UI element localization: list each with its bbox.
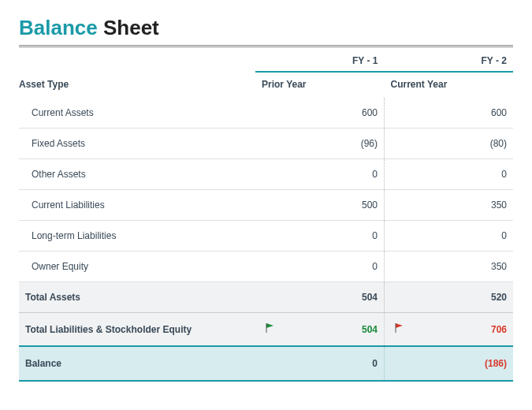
row-header-label: Asset Type bbox=[19, 72, 255, 98]
flag-icon bbox=[394, 322, 405, 336]
row-value-fy2: 350 bbox=[385, 252, 514, 282]
total-liab-v2: 706 bbox=[491, 324, 507, 335]
flag-icon bbox=[265, 322, 276, 336]
table-row: Owner Equity0350 bbox=[19, 252, 513, 282]
fy2-code: FY - 2 bbox=[385, 47, 514, 72]
total-assets-label: Total Assets bbox=[19, 282, 255, 313]
title-word-2: Sheet bbox=[103, 16, 159, 39]
row-value-fy2: 0 bbox=[385, 159, 514, 190]
svg-marker-2 bbox=[396, 323, 403, 328]
table-row: Long-term Liabilities00 bbox=[19, 221, 513, 252]
row-value-fy1: 600 bbox=[255, 98, 385, 129]
table-row: Current Assets600600 bbox=[19, 98, 513, 129]
table-row: Other Assets00 bbox=[19, 159, 513, 190]
col1-label: Prior Year bbox=[255, 72, 385, 98]
title-word-1: Balance bbox=[19, 16, 98, 39]
col2-label: Current Year bbox=[385, 72, 514, 98]
fiscal-year-row: FY - 1 FY - 2 bbox=[19, 47, 513, 72]
balance-label: Balance bbox=[19, 346, 255, 381]
fy1-code: FY - 1 bbox=[255, 47, 385, 72]
svg-marker-0 bbox=[266, 323, 273, 328]
row-value-fy2: 600 bbox=[385, 98, 514, 129]
row-label: Current Assets bbox=[19, 98, 255, 129]
row-label: Fixed Assets bbox=[19, 129, 255, 159]
row-value-fy1: 0 bbox=[255, 159, 385, 190]
row-label: Current Liabilities bbox=[19, 190, 255, 221]
total-liab-v1-cell: 504 bbox=[255, 313, 385, 347]
row-value-fy2: 350 bbox=[385, 190, 514, 221]
total-assets-v2: 520 bbox=[385, 282, 514, 313]
total-assets-v1: 504 bbox=[255, 282, 385, 313]
row-label: Long-term Liabilities bbox=[19, 221, 255, 252]
table-row: Fixed Assets(96)(80) bbox=[19, 129, 513, 159]
row-value-fy1: (96) bbox=[255, 129, 385, 159]
row-label: Other Assets bbox=[19, 159, 255, 190]
total-liab-v1: 504 bbox=[362, 324, 378, 335]
balance-v1: 0 bbox=[255, 346, 385, 381]
total-liab-label: Total Liabilities & Stockholder Equity bbox=[19, 313, 255, 347]
total-liab-v2-cell: 706 bbox=[385, 313, 514, 347]
table-row: Current Liabilities500350 bbox=[19, 190, 513, 221]
row-value-fy1: 0 bbox=[255, 252, 385, 282]
total-assets-row: Total Assets 504 520 bbox=[19, 282, 513, 313]
total-liab-row: Total Liabilities & Stockholder Equity 5… bbox=[19, 313, 513, 347]
row-value-fy1: 0 bbox=[255, 221, 385, 252]
row-label: Owner Equity bbox=[19, 252, 255, 282]
row-value-fy2: (80) bbox=[385, 129, 514, 159]
row-value-fy1: 500 bbox=[255, 190, 385, 221]
balance-sheet-table: FY - 1 FY - 2 Asset Type Prior Year Curr… bbox=[19, 47, 513, 382]
balance-v2-value: (186) bbox=[485, 358, 507, 369]
balance-v2: (186) bbox=[385, 346, 514, 381]
balance-row: Balance 0 (186) bbox=[19, 346, 513, 381]
row-value-fy2: 0 bbox=[385, 221, 514, 252]
header-row: Asset Type Prior Year Current Year bbox=[19, 72, 513, 98]
page-title: Balance Sheet bbox=[19, 16, 513, 40]
